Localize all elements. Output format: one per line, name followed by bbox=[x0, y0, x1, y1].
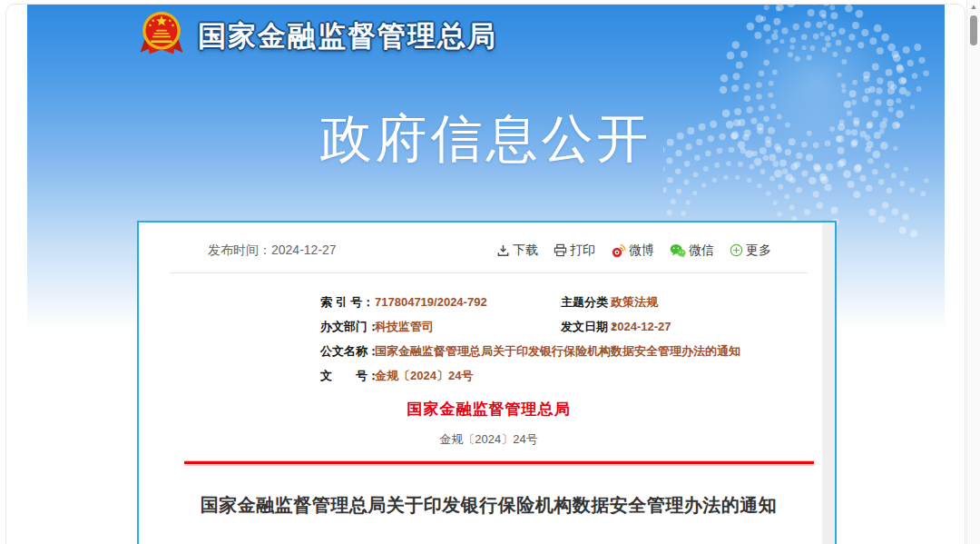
more-label: 更多 bbox=[746, 242, 771, 259]
weibo-icon bbox=[611, 243, 626, 258]
more-plus-icon bbox=[730, 243, 743, 257]
scrollbar-thumb[interactable] bbox=[970, 15, 977, 45]
publish-time: 发布时间：2024-12-27 bbox=[208, 242, 337, 259]
download-icon bbox=[496, 243, 510, 257]
document-meta-table: 索 引 号： 717804719/2024-792 主题分类： 政策法规 办文部… bbox=[320, 290, 834, 388]
meta-label-department: 办文部门： bbox=[320, 319, 375, 335]
publish-time-value: 2024-12-27 bbox=[271, 242, 337, 257]
weibo-share-button[interactable]: 微博 bbox=[611, 242, 654, 259]
issuing-org-title: 国家金融监督管理总局 bbox=[170, 399, 808, 420]
download-button[interactable]: 下载 bbox=[496, 242, 538, 259]
meta-label-doc-name: 公文名称： bbox=[320, 343, 375, 360]
meta-label-doc-number: 文 号： bbox=[320, 368, 375, 384]
national-emblem-icon bbox=[139, 10, 184, 57]
document-card: 发布时间：2024-12-27 下载 bbox=[137, 221, 837, 544]
weibo-label: 微博 bbox=[629, 242, 654, 259]
print-button[interactable]: 打印 bbox=[554, 242, 595, 259]
meta-value-doc-number: 金规〔2024〕24号 bbox=[375, 368, 834, 384]
meta-label-topic: 主题分类： bbox=[561, 294, 611, 311]
browser-scrollbar[interactable]: ▲ bbox=[966, 0, 980, 544]
toolbar: 下载 打印 bbox=[496, 242, 771, 259]
site-title: 国家金融监督管理总局 bbox=[198, 17, 497, 55]
publish-row: 发布时间：2024-12-27 下载 bbox=[170, 223, 808, 273]
document-title: 国家金融监督管理总局关于印发银行保险机构数据安全管理办法的通知 bbox=[170, 493, 808, 518]
meta-value-issue-date: 2024-12-27 bbox=[611, 320, 834, 333]
print-icon bbox=[554, 243, 567, 257]
meta-value-topic: 政策法规 bbox=[611, 294, 834, 311]
download-label: 下载 bbox=[513, 242, 538, 259]
red-divider-line bbox=[184, 460, 814, 466]
publish-time-label: 发布时间： bbox=[208, 242, 271, 257]
page-title: 政府信息公开 bbox=[27, 104, 945, 174]
meta-value-department: 科技监管司 bbox=[375, 319, 561, 335]
wechat-share-button[interactable]: 微信 bbox=[670, 242, 714, 259]
page-frame: 国家金融监督管理总局 政府信息公开 发布时间：2024-12-27 下载 bbox=[5, 4, 965, 544]
meta-value-doc-name: 国家金融监督管理总局关于印发银行保险机构数据安全管理办法的通知 bbox=[375, 343, 834, 360]
wechat-label: 微信 bbox=[689, 242, 714, 259]
meta-label-issue-date: 发文日期： bbox=[561, 319, 611, 335]
print-label: 打印 bbox=[570, 242, 595, 259]
wechat-icon bbox=[670, 243, 686, 258]
scrollbar-up-arrow[interactable]: ▲ bbox=[967, 3, 980, 11]
doc-number: 金规〔2024〕24号 bbox=[170, 431, 808, 448]
site-header: 国家金融监督管理总局 bbox=[27, 5, 945, 68]
more-share-button[interactable]: 更多 bbox=[730, 242, 771, 259]
meta-value-index: 717804719/2024-792 bbox=[375, 295, 561, 309]
document-content: 发布时间：2024-12-27 下载 bbox=[139, 223, 822, 544]
meta-label-index: 索 引 号： bbox=[320, 294, 375, 311]
